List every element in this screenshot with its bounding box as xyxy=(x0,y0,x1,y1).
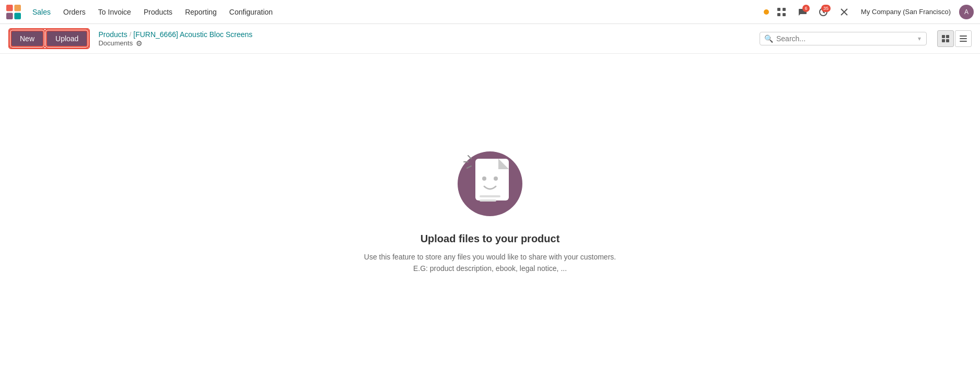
breadcrumb-sub: Documents ⚙ xyxy=(98,39,252,48)
svg-point-20 xyxy=(482,176,486,181)
empty-state-subtitle-line1: Use this feature to store any files you … xyxy=(364,253,616,261)
svg-point-21 xyxy=(494,176,498,181)
svg-line-24 xyxy=(468,156,471,159)
nav-reporting[interactable]: Reporting xyxy=(180,6,222,18)
empty-illustration xyxy=(448,137,532,220)
svg-rect-13 xyxy=(960,36,967,37)
search-dropdown-button[interactable]: ▾ xyxy=(917,35,922,42)
breadcrumb: Products / [FURN_6666] Acoustic Bloc Scr… xyxy=(98,30,252,48)
nav-products[interactable]: Products xyxy=(138,6,178,18)
empty-state-subtitle-line2: E.G: product description, ebook, legal n… xyxy=(413,264,567,273)
empty-state-title: Upload files to your product xyxy=(421,233,560,245)
nav-orders[interactable]: Orders xyxy=(58,6,91,18)
grid-icon-btn[interactable] xyxy=(773,4,790,20)
chat-icon-btn[interactable]: 6 xyxy=(794,4,811,20)
svg-rect-2 xyxy=(6,13,13,19)
breadcrumb-sub-label: Documents xyxy=(98,39,133,47)
breadcrumb-separator: / xyxy=(130,30,132,38)
list-view-button[interactable] xyxy=(955,30,972,47)
nav-configuration[interactable]: Configuration xyxy=(224,6,278,18)
svg-rect-4 xyxy=(777,8,780,11)
nav-to-invoice[interactable]: To Invoice xyxy=(93,6,136,18)
nav-sales[interactable]: Sales xyxy=(27,6,56,18)
clock-icon-btn[interactable]: 35 xyxy=(815,4,832,20)
settings-gear-icon[interactable]: ⚙ xyxy=(136,39,143,48)
navbar-right: 6 35 My Company (San Francisco) A xyxy=(764,4,974,20)
chat-badge: 6 xyxy=(802,5,810,12)
svg-rect-23 xyxy=(480,199,496,202)
user-avatar[interactable]: A xyxy=(959,5,974,19)
breadcrumb-top: Products / [FURN_6666] Acoustic Bloc Scr… xyxy=(98,30,252,39)
view-buttons xyxy=(937,30,972,47)
search-input[interactable] xyxy=(776,34,917,43)
svg-rect-22 xyxy=(480,195,500,197)
breadcrumb-products-link[interactable]: Products xyxy=(98,30,127,39)
upload-button[interactable]: Upload xyxy=(46,30,88,47)
svg-rect-9 xyxy=(942,35,945,38)
breadcrumb-current-product[interactable]: [FURN_6666] Acoustic Bloc Screens xyxy=(133,30,252,39)
navbar: Sales Orders To Invoice Products Reporti… xyxy=(0,0,980,24)
company-name[interactable]: My Company (San Francisco) xyxy=(857,6,955,18)
svg-rect-15 xyxy=(960,41,967,42)
empty-state-subtitle: Use this feature to store any files you … xyxy=(364,251,616,275)
svg-rect-6 xyxy=(777,13,780,16)
svg-rect-7 xyxy=(783,13,786,16)
clock-badge: 35 xyxy=(821,5,831,12)
status-indicator xyxy=(764,9,769,15)
svg-rect-14 xyxy=(960,38,967,39)
kanban-view-button[interactable] xyxy=(937,30,954,47)
close-icon-btn[interactable] xyxy=(836,4,853,20)
app-logo[interactable] xyxy=(6,5,21,19)
main-content: Upload files to your product Use this fe… xyxy=(0,54,980,357)
svg-rect-5 xyxy=(783,8,786,11)
svg-rect-10 xyxy=(946,35,949,38)
button-group-highlight: New Upload xyxy=(8,28,90,49)
svg-rect-12 xyxy=(946,39,949,42)
svg-rect-0 xyxy=(6,5,13,11)
svg-rect-11 xyxy=(942,39,945,42)
action-bar: New Upload Products / [FURN_6666] Acoust… xyxy=(0,24,980,54)
svg-rect-3 xyxy=(14,13,21,19)
search-container: 🔍 ▾ xyxy=(760,32,927,45)
search-icon: 🔍 xyxy=(764,34,773,43)
svg-rect-1 xyxy=(14,5,21,11)
new-button[interactable]: New xyxy=(10,30,44,47)
